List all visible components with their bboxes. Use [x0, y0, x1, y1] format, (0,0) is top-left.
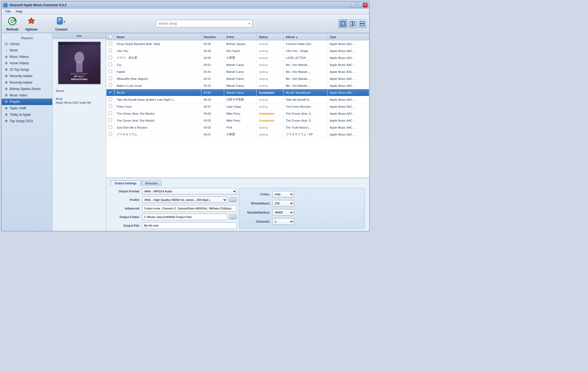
table-row[interactable]: The Ocean (feat. Shy Martin)03:03Mike Pe… [106, 110, 369, 117]
row-name: #Beautiful (feat. Miguel) [114, 75, 201, 82]
row-album: Femme Fatale (Del... [283, 40, 327, 47]
row-duration: 03:36 [201, 40, 224, 47]
sidebar-item-label: Top Songs 2019 [10, 119, 33, 123]
table-row[interactable]: Just Give Me a Reason04:02P!nkwaitingThe… [106, 124, 369, 131]
table-row[interactable]: (Drop Dead) Beautiful [feat. Sabi]03:36B… [106, 40, 369, 47]
row-checkbox[interactable] [109, 49, 112, 52]
row-checkbox[interactable] [109, 104, 112, 108]
maximize-button[interactable]: □ [357, 3, 362, 8]
sidebar-item-music[interactable]: ♪ Music [2, 47, 52, 54]
row-checkbox[interactable] [109, 91, 112, 94]
sidebar-item-britney-spears-remix[interactable]: ⚙ Britney Spears Remix [2, 86, 52, 92]
row-duration: 04:02 [201, 124, 224, 131]
bitrate-select[interactable]: 256 [272, 200, 294, 207]
row-checkbox[interactable] [109, 118, 112, 122]
table-row[interactable]: #Beautiful (feat. Miguel)03:21Mariah Car… [106, 75, 369, 82]
row-duration: 03:03 [201, 117, 224, 124]
svg-rect-3 [30, 20, 32, 22]
tabs: Output Settings Metadata [110, 180, 365, 186]
bitrate-label: Bitrate(kbps): [243, 202, 270, 205]
row-name: Take My Breath Away (Eddie's Late Night … [114, 96, 201, 103]
table-row[interactable]: クラゲ、流れ星04:56大家愛waitingLOVE LETTERApple M… [106, 54, 369, 61]
svg-rect-16 [76, 62, 83, 72]
col-header-checkbox [106, 33, 114, 40]
sidebar-item-today-at-apple[interactable]: ⚙ Today at Apple [2, 111, 52, 118]
table-row[interactable]: The Ocean (feat. Shy Martin)03:03Mike Pe… [106, 117, 369, 124]
sidebar-item-recently-added-1[interactable]: ⚙ Recently Added [2, 73, 52, 79]
minimize-button[interactable]: ─ [351, 3, 356, 8]
options-button[interactable]: Options [23, 15, 40, 32]
sidebar-item-music-videos[interactable]: ⚙ Music Videos [2, 54, 52, 60]
tab-output-settings[interactable]: Output Settings [110, 180, 141, 186]
row-type: Apple Music AAC ... [327, 68, 369, 75]
help-menu[interactable]: Help [13, 9, 25, 14]
row-duration: 03:21 [201, 75, 224, 82]
sidebar-item-top-songs-2019[interactable]: ⚙ Top Songs 2019 [2, 118, 52, 124]
row-album: LOVE LETTER [283, 54, 327, 61]
svg-rect-13 [360, 21, 364, 23]
row-checkbox[interactable] [109, 42, 112, 45]
row-status: Completed [257, 110, 283, 117]
sidebar-item-label: Music [10, 48, 18, 52]
row-checkbox[interactable] [109, 77, 112, 80]
output-file-input[interactable] [142, 222, 237, 229]
row-checkbox[interactable] [109, 98, 112, 101]
row-checkbox[interactable] [109, 56, 112, 59]
sidebar-item-library[interactable]: ◫ Library [2, 41, 52, 47]
row-checkbox[interactable] [109, 63, 112, 66]
table-row[interactable]: My All03:50Mariah CareyCompletedMy All /… [106, 89, 369, 96]
svg-rect-10 [341, 22, 345, 25]
channels-select[interactable]: 2 [272, 218, 294, 225]
row-name: クラゲ、流れ星 [114, 54, 201, 61]
search-input[interactable] [156, 20, 252, 27]
sidebar-item-taylor-swift[interactable]: ⚙ Taylor Swift [2, 105, 52, 111]
profile-browse-button[interactable]: ... [229, 197, 236, 202]
kind-value: Apple Music AAC audio file [56, 101, 103, 104]
view-button-3[interactable] [358, 19, 367, 28]
codec-select[interactable]: m4a [272, 191, 294, 197]
row-status: waiting [257, 61, 283, 68]
row-name: プラネタリウム [114, 131, 201, 138]
profile-select[interactable]: M4A – High Quality( 48000 Hz, stereo , 2… [142, 197, 227, 203]
row-checkbox[interactable] [109, 111, 112, 115]
sidebar-item-home-videos[interactable]: ⚙ Home Videos [2, 60, 52, 66]
output-format-select[interactable]: M4A – MPEG4 Audio [142, 188, 237, 194]
table-row[interactable]: Cry.04:51Mariah CareywaitingMe. I Am Mar… [106, 61, 369, 68]
table-row[interactable]: I Am You04:34Kim TaylorwaitingI Am You -… [106, 47, 369, 54]
row-status: waiting [257, 96, 283, 103]
top-songs-2019-icon: ⚙ [4, 119, 8, 123]
table-row[interactable]: Take My Breath Away (Eddie's Late Night … [106, 96, 369, 103]
svg-marker-8 [64, 20, 66, 23]
output-folder-input[interactable] [142, 214, 227, 220]
convert-icon [56, 16, 67, 27]
view-button-2[interactable] [348, 19, 357, 28]
view-button-1[interactable] [339, 19, 347, 28]
sidebar-item-playlist[interactable]: ⚙ Playlist [2, 99, 52, 105]
col-header-duration: Duration [201, 33, 224, 40]
output-folder-browse-button[interactable]: ... [229, 215, 236, 219]
table-row[interactable]: プラネタリウム05:07大家愛waitingプラネタリウム - EPApple … [106, 131, 369, 138]
file-menu[interactable]: File [3, 9, 13, 14]
row-checkbox[interactable] [109, 125, 112, 129]
row-checkbox[interactable] [109, 84, 112, 87]
sidebar-item-25-top-songs[interactable]: ⚙ 25 Top Songs [2, 66, 52, 73]
samplerate-select[interactable]: 48000 [272, 209, 294, 216]
row-type: Apple Music AAC ... [327, 40, 369, 47]
row-album: Take My Breath A... [283, 96, 327, 103]
close-button[interactable]: ✕ [363, 3, 368, 8]
table-row[interactable]: Make It Look Good03:22Mariah Careywaitin… [106, 82, 369, 89]
sidebar-item-recently-added-2[interactable]: ⚙ Recently Added [2, 79, 52, 86]
album-art: MARIAH CAREY MY ALL / BREAKDOWN [58, 42, 101, 84]
svg-rect-12 [353, 21, 355, 26]
svg-point-2 [11, 20, 14, 23]
row-checkbox[interactable] [109, 132, 112, 136]
advanced-input[interactable] [142, 205, 237, 212]
convert-button[interactable]: Convert [53, 15, 69, 32]
tab-metadata[interactable]: Metadata [141, 180, 162, 186]
sidebar-item-music-video[interactable]: ⚙ Music Video [2, 92, 52, 99]
select-all-checkbox[interactable] [109, 35, 112, 38]
table-row[interactable]: Faded03:41Mariah CareywaitingMe. I Am Ma… [106, 68, 369, 75]
table-row[interactable]: Poker Face03:57Lady GagawaitingThe Fame … [106, 103, 369, 110]
row-checkbox[interactable] [109, 70, 112, 73]
refresh-button[interactable]: Refresh [4, 15, 21, 32]
